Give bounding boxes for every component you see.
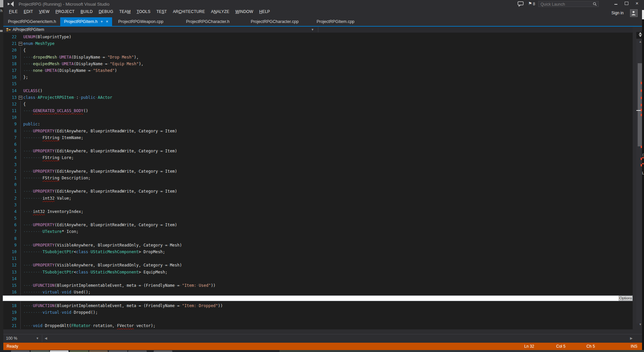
menu-tools[interactable]: TOOLS	[134, 8, 154, 15]
hscroll-right-arrow-icon[interactable]: ▶	[630, 336, 633, 340]
code-line[interactable]: 11	[3, 255, 633, 262]
code-line[interactable]: 10········TSubobjectPtr<class·UStaticMes…	[3, 249, 633, 255]
code-line[interactable]: 16};	[3, 74, 633, 81]
code-line[interactable]: 16········virtual·void·Used();	[3, 289, 633, 295]
find-bar[interactable]	[3, 295, 633, 301]
taskbar-button[interactable]	[128, 350, 147, 352]
code-line[interactable]: 22UENUM(BlueprintType)	[3, 34, 633, 40]
code-line[interactable]: 0	[3, 181, 633, 188]
code-line[interactable]: 20	[3, 316, 633, 322]
screen: h ProjectRPG (Running) - Microsoft Visua…	[0, 0, 644, 352]
taskbar-button[interactable]	[154, 350, 172, 352]
code-line[interactable]: 19········virtual·void·Dropped();	[3, 309, 633, 316]
code-line[interactable]: 13········TSubobjectPtr<class·UStaticMes…	[3, 269, 633, 275]
fold-collapse-icon[interactable]	[19, 96, 22, 99]
tab-projectrpgweapon-cpp[interactable]: ProjectRPGWeapon.cpp	[114, 17, 167, 26]
horizontal-scrollbar-row[interactable]	[3, 334, 642, 343]
code-line[interactable]: 20{	[3, 47, 633, 54]
menu-help[interactable]: HELP	[256, 8, 273, 15]
code-line[interactable]: 2········int32·Value;	[3, 195, 633, 202]
code-line[interactable]: 15	[3, 81, 633, 87]
code-line[interactable]: 4····int32·InventoryIndex;	[3, 208, 633, 215]
code-line[interactable]: 14UCLASS()	[3, 88, 633, 94]
tab-projectrpgitem-h[interactable]: ProjectRPGItem.h+×	[60, 17, 112, 26]
tab-projectrpgitem-cpp[interactable]: ProjectRPGItem.cpp	[313, 17, 359, 26]
feedback-bubble-icon[interactable]	[518, 1, 524, 7]
menu-analyze[interactable]: ANALYZE	[208, 8, 232, 15]
menu-project[interactable]: PROJECT	[53, 8, 78, 15]
code-line[interactable]: 15····UFUNCTION(BlueprintImplementableEv…	[3, 282, 633, 289]
taskbar-button[interactable]	[11, 350, 30, 352]
title-bar[interactable]: ProjectRPG (Running) - Microsoft Visual …	[3, 0, 642, 8]
hscroll-left-arrow-icon[interactable]: ◀	[45, 336, 47, 340]
restore-button[interactable]	[621, 0, 631, 7]
menu-team[interactable]: TEAM	[116, 8, 133, 15]
code-line[interactable]: 18····equipedMesh·UMETA(DisplayName·=·"E…	[3, 61, 633, 67]
code-line[interactable]: 2····UPROPERTY(EditAnywhere,·BlueprintRe…	[3, 168, 633, 175]
code-line[interactable]: 3	[3, 202, 633, 208]
taskbar-button[interactable]	[109, 350, 127, 352]
tab-projectrpgcharacter-h[interactable]: ProjectRPGCharacter.h	[182, 17, 234, 26]
code-line[interactable]: 1········FString·Description;	[3, 175, 633, 181]
fold-collapse-icon[interactable]	[19, 42, 22, 46]
menu-test[interactable]: TEST	[153, 8, 170, 15]
code-line[interactable]: 7········FString·ItemName;	[3, 134, 633, 141]
taskbar-button[interactable]	[50, 350, 69, 352]
code-line[interactable]: 17····none·UMETA(DisplayName·=·"Stashed"…	[3, 67, 633, 74]
line-number: 19	[3, 54, 17, 61]
code-line[interactable]: 9····UPROPERTY(VisibleAnywhere,·Blueprin…	[3, 242, 633, 249]
taskbar-button[interactable]	[31, 350, 49, 352]
quick-launch-input[interactable]: Quick Launch	[538, 1, 599, 7]
code-line[interactable]: 6	[3, 141, 633, 148]
pin-icon[interactable]: +	[100, 17, 103, 26]
code-line[interactable]: 3	[3, 161, 633, 168]
close-button[interactable]: ×	[632, 0, 642, 7]
menu-view[interactable]: VIEW	[36, 8, 53, 15]
menu-window[interactable]: WINDOW	[232, 8, 256, 15]
menu-build[interactable]: BUILD	[78, 8, 95, 15]
code-line[interactable]: 21····void·DroppedAlt(FRotator·rotation,…	[3, 322, 633, 329]
code-line[interactable]: 19····dropedMesh·UMETA(DisplayName·=·"Dr…	[3, 54, 633, 61]
tab-projectrpggenericitem-h[interactable]: ProjectRPGGenericItem.h	[4, 17, 60, 26]
code-line[interactable]: 12{	[3, 101, 633, 107]
menu-architecture[interactable]: ARCHITECTURE	[170, 8, 208, 15]
code-line[interactable]: 12····UPROPERTY(VisibleAnywhere,·Bluepri…	[3, 262, 633, 268]
taskbar-button[interactable]	[89, 350, 108, 352]
code-line[interactable]: 9public:	[3, 121, 633, 127]
menu-file[interactable]: FILE	[6, 8, 21, 15]
menu-debug[interactable]: DEBUG	[96, 8, 116, 15]
navbar-scope-dropdown[interactable]: AProjectRPGItem	[13, 27, 44, 32]
code-line[interactable]: 4········FString·Lore;	[3, 154, 633, 161]
options-button[interactable]: Options	[619, 296, 633, 301]
navbar-dropdown-caret-icon[interactable]: ▼	[311, 28, 314, 31]
fold-margin	[17, 195, 23, 202]
taskbar-button[interactable]	[70, 350, 88, 352]
tab-close-icon[interactable]: ×	[106, 17, 108, 26]
code-line[interactable]: 6····UPROPERTY(EditAnywhere,·BlueprintRe…	[3, 222, 633, 228]
code-line[interactable]: 18····UFUNCTION(BlueprintImplementableEv…	[3, 302, 633, 309]
search-icon[interactable]	[593, 2, 597, 6]
code-editor[interactable]: 22UENUM(BlueprintType)21enum·MeshType20{…	[3, 33, 633, 329]
code-line[interactable]: 8····UPROPERTY(EditAnywhere,·BlueprintRe…	[3, 128, 633, 134]
zoom-level-dropdown[interactable]: 100 %	[6, 336, 17, 341]
code-line[interactable]: 8	[3, 235, 633, 242]
code-line[interactable]: 5	[3, 215, 633, 222]
sign-in-link[interactable]: Sign in	[611, 11, 624, 15]
code-line[interactable]: 21enum·MeshType	[3, 40, 633, 47]
code-text: UCLASS()	[23, 88, 43, 93]
tab-projectrpgcharacter-cpp[interactable]: ProjectRPGCharacter.cpp	[247, 17, 303, 26]
code-line[interactable]: 7········UTexture*·Icon;	[3, 228, 633, 235]
code-line[interactable]: 11····GENERATED_UCLASS_BODY()	[3, 107, 633, 114]
user-avatar[interactable]	[630, 9, 638, 17]
code-line[interactable]: 1····UPROPERTY(EditAnywhere,·BlueprintRe…	[3, 188, 633, 195]
notifications-flag-icon[interactable]: ⚑	[528, 1, 532, 6]
zoom-dropdown-caret-icon[interactable]: ▼	[36, 337, 39, 340]
code-line[interactable]: 10	[3, 114, 633, 121]
notifications-count[interactable]: 8	[533, 2, 535, 6]
code-line[interactable]: 14	[3, 275, 633, 282]
code-line[interactable]: 13class·AProjectRPGItem·:·public·AActor	[3, 94, 633, 101]
minimize-button[interactable]	[611, 0, 621, 7]
menu-edit[interactable]: EDIT	[21, 8, 36, 15]
windows-taskbar-sliver[interactable]	[0, 350, 644, 352]
code-line[interactable]: 5····UPROPERTY(EditAnywhere,·BlueprintRe…	[3, 148, 633, 154]
